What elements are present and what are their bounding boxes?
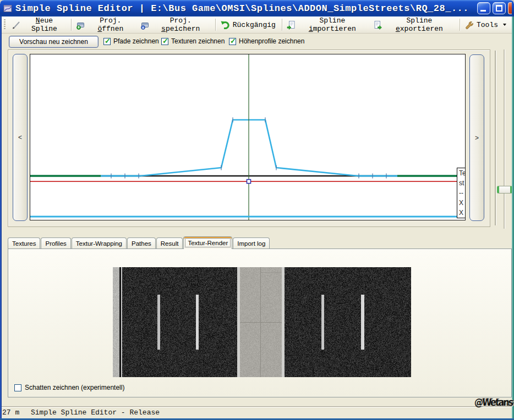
toolbar-separator — [460, 19, 460, 31]
maximize-button[interactable] — [493, 2, 506, 14]
tab-import-log[interactable]: Import log — [233, 237, 270, 248]
checkbox-box[interactable] — [14, 384, 21, 391]
road-texture-preview — [113, 267, 411, 377]
maximize-icon — [496, 5, 502, 12]
checkbox-pfade-zeichnen[interactable]: Pfade zeichnen — [103, 37, 159, 45]
window-title: Simple Spline Editor | E:\Bus Game\OMSI\… — [15, 3, 475, 14]
overlay-line[interactable]: X — [459, 208, 466, 218]
tab-textures[interactable]: Textures — [8, 237, 40, 248]
toolbar-grip[interactable] — [4, 19, 6, 30]
tab-result[interactable]: Result — [156, 237, 183, 248]
overlay-line: -- — [459, 188, 466, 198]
clipped-overlay-box[interactable]: Te st -- X X — [457, 168, 466, 218]
undo-icon — [220, 20, 230, 30]
status-measure: 27 m — [2, 408, 19, 417]
overlay-line: Te — [459, 168, 466, 178]
textur-render-panel: Schatten zeichnen (experimentell) — [8, 248, 512, 397]
overlay-line: st — [459, 178, 466, 188]
toolbar-separator — [71, 19, 72, 31]
undo-button[interactable]: Rückgängig — [217, 18, 280, 32]
preview-slider-separator — [495, 51, 496, 225]
scroll-left-button[interactable]: < — [13, 54, 28, 221]
zoom-slider-handle[interactable] — [497, 186, 512, 194]
toolbar-label: Tools — [477, 21, 498, 29]
checkbox-box[interactable] — [229, 38, 236, 45]
checkbox-schatten-zeichnen[interactable]: Schatten zeichnen (experimentell) — [14, 384, 124, 391]
toolbar-separator — [282, 19, 282, 31]
spline-import-icon — [287, 20, 296, 30]
toolbar-label: Neue Spline — [24, 16, 65, 33]
toolbar-label: Proj. speichern — [152, 16, 209, 33]
overlay-line[interactable]: X — [459, 198, 466, 208]
toolbar-label: Spline exportieren — [385, 16, 453, 33]
window-border-left — [0, 16, 2, 418]
statusbar: 27 m Simple Spline Editor - Release — [2, 408, 512, 418]
watermark: @Wetans — [474, 396, 512, 408]
tab-textur-render[interactable]: Textur-Render — [183, 236, 232, 249]
toolbar-label: Spline importieren — [298, 16, 367, 33]
project-save-icon — [140, 20, 150, 30]
redraw-preview-button[interactable]: Vorschau neu zeichnen — [9, 36, 99, 48]
project-save-button[interactable]: Proj. speichern — [138, 18, 214, 32]
checkbox-hoehenprofile-zeichnen[interactable]: Höhenprofile zeichnen — [229, 37, 304, 45]
tools-button[interactable]: Tools — [462, 18, 511, 32]
app-icon — [3, 4, 13, 13]
spline-import-button[interactable]: Spline importieren — [284, 18, 371, 32]
spline-profile-canvas[interactable]: Te st -- X X — [30, 54, 466, 220]
checkbox-label: Pfade zeichnen — [113, 37, 159, 45]
preview-controls-row: Vorschau neu zeichnen Pfade zeichnen Tex… — [2, 34, 512, 49]
new-spline-button[interactable]: Neue Spline — [9, 18, 69, 32]
checkbox-box[interactable] — [161, 38, 168, 45]
chevron-down-icon — [503, 24, 506, 26]
new-spline-icon — [12, 20, 21, 30]
spline-profile-drawing — [30, 54, 466, 220]
project-open-button[interactable]: Proj. öffnen — [73, 18, 138, 32]
checkbox-box[interactable] — [103, 38, 111, 45]
toolbar-label: Rückgängig — [233, 21, 276, 29]
status-app-info: Simple Spline Editor - Release — [31, 408, 160, 417]
toolbar-separator — [215, 19, 216, 31]
checkbox-label: Schatten zeichnen (experimentell) — [25, 384, 124, 391]
scroll-right-button[interactable]: > — [469, 54, 484, 221]
checkbox-label: Texturen zeichnen — [171, 37, 225, 45]
minimize-icon — [480, 10, 486, 12]
zoom-slider-track[interactable] — [504, 49, 505, 229]
tab-pathes[interactable]: Pathes — [127, 237, 156, 248]
minimize-button[interactable] — [477, 2, 490, 14]
checkbox-texturen-zeichnen[interactable]: Texturen zeichnen — [161, 37, 225, 45]
project-open-icon — [76, 20, 85, 30]
app-window: Simple Spline Editor | E:\Bus Game\OMSI\… — [0, 0, 514, 420]
toolbar-label: Proj. öffnen — [88, 16, 133, 33]
statusbar-separator — [0, 406, 514, 407]
window-border-right — [512, 16, 514, 418]
tools-icon — [464, 20, 474, 30]
checkbox-label: Höhenprofile zeichnen — [239, 37, 304, 45]
toolbar: Neue Spline Proj. öffnen Proj. speichern… — [2, 16, 512, 34]
close-button[interactable] — [508, 2, 512, 14]
titlebar[interactable]: Simple Spline Editor | E:\Bus Game\OMSI\… — [0, 0, 514, 16]
tabstrip: Textures Profiles Textur-Wrapping Pathes… — [8, 236, 504, 248]
spline-preview-panel: < Te st -- X X > — [8, 49, 490, 227]
spline-export-icon — [374, 20, 382, 30]
tab-textur-wrapping[interactable]: Textur-Wrapping — [72, 237, 127, 248]
spline-export-button[interactable]: Spline exportieren — [371, 18, 458, 32]
tab-profiles[interactable]: Profiles — [41, 237, 70, 248]
